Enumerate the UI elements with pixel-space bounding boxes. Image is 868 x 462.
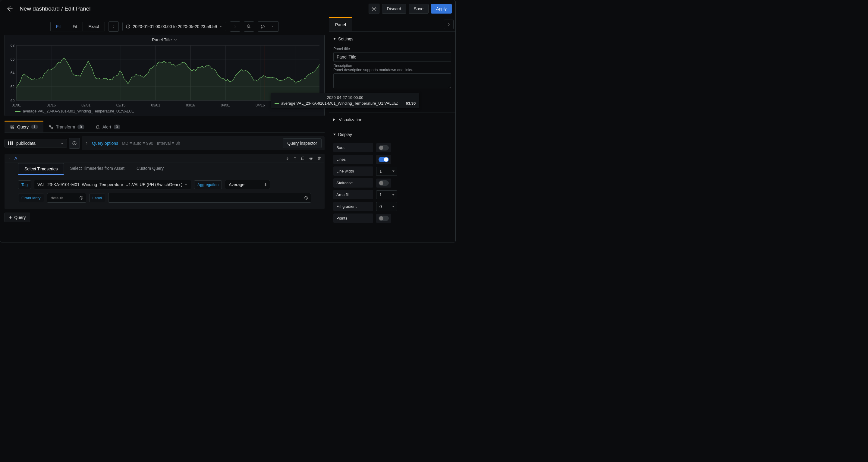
editor-tabs: Query 1 Transform 0 Alert 0: [4, 121, 324, 133]
query-row-a: A Select Timeseries Select Timeseries fr…: [4, 154, 324, 209]
time-next-button[interactable]: [230, 21, 240, 32]
query-subtabs: Select Timeseries Select Timeseries from…: [5, 163, 324, 175]
timerange-picker[interactable]: 2020-01-01 00:00:00 to 2020-05-20 23:59:…: [122, 22, 226, 31]
right-panel-expand-button[interactable]: [444, 20, 454, 29]
discard-button[interactable]: Discard: [382, 4, 406, 13]
refresh-interval-button[interactable]: [268, 22, 278, 31]
zoom-out-icon: [247, 24, 251, 29]
tag-value: VAL_23-KA-9101-M01_Winding_Temperature_U…: [37, 182, 182, 187]
line-width-select[interactable]: 1: [376, 167, 397, 176]
svg-text:03/01: 03/01: [151, 103, 160, 108]
query-letter: A: [14, 156, 17, 161]
panel-title-label: Panel title: [333, 47, 451, 51]
points-toggle[interactable]: [378, 215, 389, 221]
arrow-left-icon: [6, 5, 13, 12]
svg-text:66: 66: [10, 57, 14, 61]
svg-text:60: 60: [10, 98, 14, 103]
right-tab-panel[interactable]: Panel: [329, 17, 352, 31]
header: New dashboard / Edit Panel Discard Save …: [0, 0, 456, 17]
tag-picker[interactable]: VAL_23-KA-9101-M01_Winding_Temperature_U…: [34, 180, 191, 190]
section-display: Display Bars Lines Line width 1: [329, 127, 456, 228]
fill-gradient-label: Fill gradient: [333, 202, 373, 211]
panel-title-input[interactable]: [333, 52, 451, 62]
right-panel: Panel Settings Panel title Description P…: [329, 17, 456, 242]
staircase-label: Staircase: [333, 178, 373, 187]
eye-icon: [309, 156, 313, 161]
fill-gradient-select[interactable]: 0: [376, 202, 397, 211]
aggregation-select[interactable]: Average: [225, 180, 270, 189]
query-move-up-button[interactable]: [293, 156, 297, 161]
back-button[interactable]: [6, 5, 13, 12]
viewmode-fit[interactable]: Fit: [67, 22, 83, 31]
query-visibility-button[interactable]: [309, 156, 313, 161]
display-header[interactable]: Display: [333, 130, 451, 139]
chart-legend[interactable]: average VAL_23-KA-9101-M01_Winding_Tempe…: [5, 108, 324, 116]
subtab-asset[interactable]: Select Timeseries from Asset: [64, 163, 130, 175]
query-inspector-button[interactable]: Query inspector: [283, 138, 321, 148]
timerange-text: 2020-01-01 00:00:00 to 2020-05-20 23:59:…: [133, 24, 217, 29]
label-input[interactable]: [108, 193, 311, 203]
subtab-timeseries[interactable]: Select Timeseries: [18, 163, 64, 175]
apply-button[interactable]: Apply: [431, 4, 452, 13]
granularity-field[interactable]: [50, 195, 83, 201]
save-button[interactable]: Save: [409, 4, 429, 13]
refresh-icon: [260, 24, 265, 29]
view-mode-group: Fill Fit Exact: [50, 22, 104, 31]
arrow-up-icon: [293, 156, 297, 161]
svg-text:68: 68: [10, 44, 14, 48]
query-options-link[interactable]: Query options: [92, 141, 118, 146]
query-copy-button[interactable]: [301, 156, 305, 161]
settings-button[interactable]: [369, 4, 379, 14]
granularity-label: Granularity: [18, 194, 44, 202]
time-prev-button[interactable]: [108, 21, 119, 32]
query-md: MD = auto = 990: [122, 141, 153, 146]
copy-icon: [301, 156, 305, 161]
tab-transform-count: 0: [78, 124, 84, 129]
chevron-down-icon[interactable]: [8, 156, 11, 160]
area-fill-select[interactable]: 1: [376, 190, 397, 199]
trash-icon: [317, 156, 321, 161]
refresh-button[interactable]: [258, 22, 268, 31]
settings-header[interactable]: Settings: [333, 35, 451, 43]
staircase-toggle[interactable]: [378, 180, 389, 186]
bars-toggle[interactable]: [378, 145, 389, 150]
view-toolbar: Fill Fit Exact 2020-01-01 00:00:00 to 20…: [4, 17, 324, 35]
tab-transform[interactable]: Transform 0: [43, 121, 90, 133]
query-delete-button[interactable]: [317, 156, 321, 161]
tab-alert[interactable]: Alert 0: [90, 121, 126, 133]
arrow-down-icon: [285, 156, 289, 161]
query-bar: publicdata Query options MD = auto = 990…: [4, 133, 324, 154]
description-input[interactable]: [333, 73, 451, 88]
svg-text:62: 62: [10, 84, 14, 89]
granularity-input[interactable]: [47, 193, 86, 203]
points-label: Points: [333, 213, 373, 223]
chevron-right-icon[interactable]: [85, 141, 88, 145]
svg-text:01/16: 01/16: [47, 103, 56, 108]
query-move-down-button[interactable]: [285, 156, 289, 161]
add-query-button[interactable]: + Query: [4, 212, 30, 222]
panel-title-text: Panel Title: [152, 37, 172, 42]
datasource-help-button[interactable]: [69, 138, 80, 149]
question-icon: [72, 141, 77, 146]
info-icon: [79, 196, 84, 200]
visualization-header[interactable]: Visualization: [333, 115, 451, 124]
tab-query[interactable]: Query 1: [4, 121, 43, 133]
label-field[interactable]: [112, 195, 308, 201]
svg-text:01/01: 01/01: [12, 103, 21, 108]
refresh-split-button: [258, 21, 279, 32]
viewmode-fill[interactable]: Fill: [51, 22, 67, 31]
legend-label: average VAL_23-KA-9101-M01_Winding_Tempe…: [23, 109, 134, 113]
svg-text:02/01: 02/01: [82, 103, 90, 108]
lines-toggle[interactable]: [378, 157, 389, 162]
chevron-left-icon: [112, 24, 116, 29]
zoom-out-button[interactable]: [244, 21, 254, 32]
legend-swatch: [15, 111, 21, 112]
label-label: Label: [89, 194, 105, 202]
tag-label: Tag: [18, 180, 31, 189]
tab-alert-count: 0: [114, 124, 121, 129]
panel-title[interactable]: Panel Title: [5, 35, 324, 44]
gear-icon: [371, 6, 377, 11]
viewmode-exact[interactable]: Exact: [83, 22, 104, 31]
subtab-custom[interactable]: Custom Query: [130, 163, 170, 175]
datasource-picker[interactable]: publicdata: [4, 139, 67, 147]
